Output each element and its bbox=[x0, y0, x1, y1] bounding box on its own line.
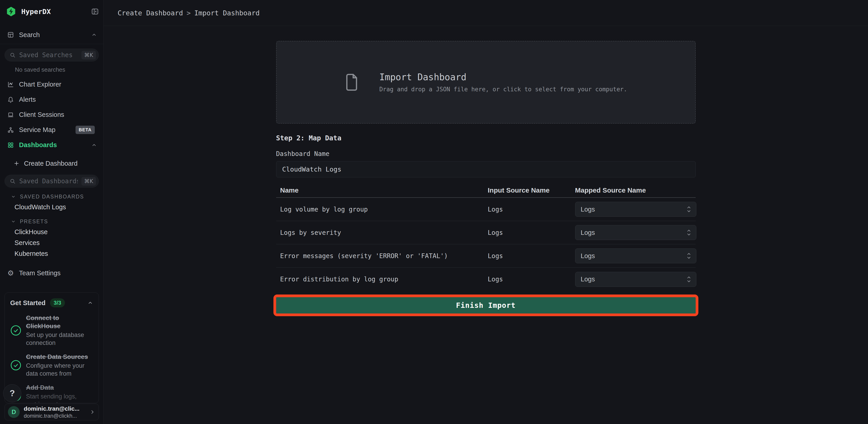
chart-name: Error messages (severity 'ERROR' or 'FAT… bbox=[276, 252, 484, 260]
sidebar-section-search[interactable]: Search bbox=[4, 29, 99, 41]
mapped-source-select[interactable]: Logs bbox=[575, 272, 696, 287]
team-settings-label: Team Settings bbox=[19, 269, 97, 277]
get-started-item-connect[interactable]: Connect to ClickHouse Set up your databa… bbox=[10, 314, 93, 347]
chart-explorer-icon bbox=[7, 81, 14, 88]
chevron-up-icon bbox=[91, 32, 97, 38]
help-button[interactable]: ? bbox=[3, 384, 21, 402]
step-label: Step 2: Map Data bbox=[276, 134, 696, 142]
get-started-header[interactable]: Get Started 3/3 bbox=[10, 298, 93, 308]
file-icon bbox=[344, 73, 359, 92]
get-started-item-add-data[interactable]: Add Data Start sending logs, metrics, or… bbox=[10, 384, 93, 403]
check-circle-icon bbox=[10, 360, 22, 371]
selected-source: Logs bbox=[581, 275, 595, 283]
divider bbox=[0, 44, 103, 44]
select-chevrons-icon bbox=[686, 229, 691, 236]
dropzone-subtitle: Drag and drop a JSON file here, or click… bbox=[379, 86, 627, 93]
sidebar-preset-clickhouse[interactable]: ClickHouse bbox=[4, 226, 99, 237]
create-dashboard-label: Create Dashboard bbox=[24, 160, 78, 167]
select-chevrons-icon bbox=[686, 205, 691, 213]
dropzone-text: Import Dashboard Drag and drop a JSON fi… bbox=[379, 72, 627, 93]
breadcrumb: Create Dashboard > Import Dashboard bbox=[118, 9, 260, 17]
chevron-up-icon bbox=[87, 300, 93, 306]
saved-dashboards-input[interactable]: Saved Dashboards ⌘K bbox=[4, 175, 99, 188]
saved-dashboards-group-header[interactable]: SAVED DASHBOARDS bbox=[4, 192, 99, 202]
saved-searches-placeholder: Saved Searches bbox=[19, 51, 78, 59]
task-title: Add Data bbox=[26, 384, 93, 392]
sidebar-item-alerts[interactable]: Alerts bbox=[4, 92, 99, 107]
breadcrumb-separator: > bbox=[187, 9, 191, 17]
chevron-right-icon bbox=[90, 409, 95, 415]
selected-source: Logs bbox=[581, 229, 595, 236]
presets-group-header[interactable]: PRESETS bbox=[4, 217, 99, 226]
get-started-item-sources[interactable]: Create Data Sources Configure where your… bbox=[10, 353, 93, 378]
beta-badge: BETA bbox=[75, 126, 95, 134]
sidebar-item-label: Service Map bbox=[19, 126, 70, 134]
chart-name: Logs by severity bbox=[276, 229, 484, 236]
sidebar-item-label: Chart Explorer bbox=[19, 81, 97, 88]
saved-searches-input[interactable]: Saved Searches ⌘K bbox=[4, 48, 99, 62]
sidebar-preset-services[interactable]: Services bbox=[4, 237, 99, 248]
breadcrumb-import-dashboard[interactable]: Import Dashboard bbox=[194, 9, 260, 17]
select-chevrons-icon bbox=[686, 275, 691, 283]
sidebar-item-dashboards[interactable]: Dashboards bbox=[4, 137, 99, 153]
sidebar-nav: Chart Explorer Alerts Client Sessions bbox=[4, 77, 99, 153]
sidebar-item-label: Client Sessions bbox=[19, 111, 97, 119]
hyperdx-logo-icon bbox=[6, 6, 16, 17]
selected-source: Logs bbox=[581, 206, 595, 213]
task-description: Configure where your data comes from bbox=[26, 362, 93, 378]
chart-name: Log volume by log group bbox=[276, 206, 484, 213]
no-saved-searches-note: No saved searches bbox=[4, 66, 99, 73]
group-header-label: PRESETS bbox=[20, 219, 48, 225]
get-started-panel: Get Started 3/3 Connect to ClickHouse Se… bbox=[4, 292, 99, 403]
mapped-source-select[interactable]: Logs bbox=[575, 249, 696, 263]
table-row: Error messages (severity 'ERROR' or 'FAT… bbox=[276, 244, 696, 268]
sidebar-item-team-settings[interactable]: ⚙ Team Settings bbox=[4, 267, 99, 279]
breadcrumb-create-dashboard[interactable]: Create Dashboard bbox=[118, 9, 183, 17]
table-row: Log volume by log group Logs Logs bbox=[276, 198, 696, 221]
mapped-source-select[interactable]: Logs bbox=[575, 202, 696, 217]
sidebar-item-chart-explorer[interactable]: Chart Explorer bbox=[4, 77, 99, 92]
dashboards-icon bbox=[7, 142, 14, 149]
create-dashboard-button[interactable]: Create Dashboard bbox=[4, 157, 99, 170]
avatar: D bbox=[8, 406, 20, 418]
mapped-source-select[interactable]: Logs bbox=[575, 225, 696, 240]
sidebar-item-client-sessions[interactable]: Client Sessions bbox=[4, 107, 99, 122]
bell-icon bbox=[7, 96, 14, 103]
finish-import-button[interactable]: Finish Import bbox=[276, 297, 696, 314]
sidebar-dashboard-cloudwatch-logs[interactable]: CloudWatch Logs bbox=[4, 202, 99, 213]
table-header-row: Name Input Source Name Mapped Source Nam… bbox=[276, 183, 696, 198]
get-started-progress-badge: 3/3 bbox=[50, 298, 65, 307]
group-header-label: SAVED DASHBOARDS bbox=[20, 194, 84, 200]
plus-icon bbox=[13, 160, 20, 166]
finish-import-highlight: Finish Import bbox=[276, 297, 696, 314]
shortcut-badge: ⌘K bbox=[82, 177, 96, 186]
service-map-icon bbox=[7, 127, 14, 133]
task-title: Connect to ClickHouse bbox=[26, 314, 93, 330]
collapse-sidebar-icon[interactable] bbox=[91, 8, 99, 15]
get-started-title: Get Started bbox=[10, 299, 45, 307]
dropzone-title: Import Dashboard bbox=[379, 72, 627, 82]
search-icon bbox=[10, 52, 16, 58]
task-description: Start sending logs, metrics, or traces bbox=[26, 393, 93, 403]
app-title: HyperDX bbox=[21, 7, 86, 15]
task-description: Set up your database connection bbox=[26, 331, 93, 347]
sidebar-item-label: Alerts bbox=[19, 96, 97, 103]
input-source-value: Logs bbox=[484, 206, 571, 213]
select-chevrons-icon bbox=[686, 252, 691, 260]
selected-source: Logs bbox=[581, 252, 595, 260]
sidebar-preset-kubernetes[interactable]: Kubernetes bbox=[4, 248, 99, 259]
chevron-up-icon bbox=[91, 142, 97, 148]
dashboard-name-input[interactable] bbox=[276, 161, 696, 177]
source-mapping-table: Name Input Source Name Mapped Source Nam… bbox=[276, 183, 696, 291]
column-header-mapped-source: Mapped Source Name bbox=[571, 187, 696, 194]
import-dropzone[interactable]: Import Dashboard Drag and drop a JSON fi… bbox=[276, 41, 696, 124]
task-title: Create Data Sources bbox=[26, 353, 93, 361]
table-row: Error distribution by log group Logs Log… bbox=[276, 268, 696, 291]
user-menu[interactable]: D dominic.tran@clic... dominic.tran@clic… bbox=[4, 404, 99, 420]
chart-name: Error distribution by log group bbox=[276, 275, 484, 283]
column-header-input-source: Input Source Name bbox=[484, 187, 571, 194]
topbar: Create Dashboard > Import Dashboard bbox=[103, 0, 868, 26]
sidebar-item-service-map[interactable]: Service Map BETA bbox=[4, 122, 99, 137]
laptop-icon bbox=[7, 111, 14, 118]
shortcut-badge: ⌘K bbox=[82, 51, 96, 60]
